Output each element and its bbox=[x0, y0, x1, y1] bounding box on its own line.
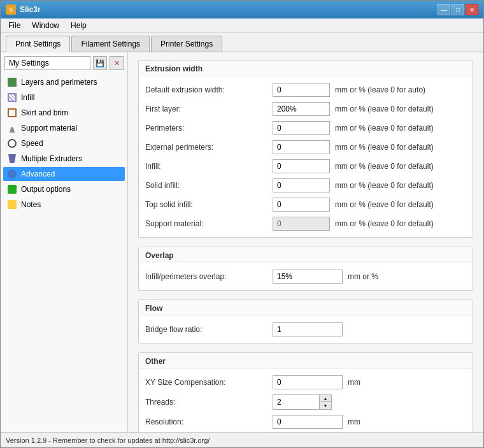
notes-icon bbox=[7, 199, 17, 210]
sidebar-item-support[interactable]: Support material bbox=[3, 121, 125, 135]
title-bar-left: S Slic3r bbox=[6, 4, 41, 15]
row-perimeters: Perimeters: mm or % (leave 0 for default… bbox=[145, 119, 466, 138]
input-infill[interactable] bbox=[273, 159, 330, 173]
hint-top-solid-infill: mm or % (leave 0 for default) bbox=[335, 200, 434, 209]
settings-selector: My Settings 💾 ✕ bbox=[3, 56, 125, 70]
row-default-extrusion: Default extrusion width: mm or % (leave … bbox=[145, 80, 466, 99]
menu-file[interactable]: File bbox=[3, 20, 25, 31]
sidebar-item-notes[interactable]: Notes bbox=[3, 198, 125, 212]
row-first-layer: First layer: mm or % (leave 0 for defaul… bbox=[145, 99, 466, 119]
sidebar-label-infill: Infill bbox=[21, 93, 34, 102]
content-area: My Settings 💾 ✕ Layers and perimeters In… bbox=[1, 52, 483, 432]
sidebar: My Settings 💾 ✕ Layers and perimeters In… bbox=[1, 52, 128, 432]
skirt-icon bbox=[7, 108, 17, 118]
row-resolution: Resolution: mm bbox=[145, 412, 466, 431]
tab-filament-settings[interactable]: Filament Settings bbox=[71, 36, 150, 52]
status-text: Version 1.2.9 - Remember to check for up… bbox=[6, 437, 210, 444]
close-button[interactable]: ✕ bbox=[466, 4, 478, 15]
window-title: Slic3r bbox=[20, 5, 41, 14]
tab-print-settings[interactable]: Print Settings bbox=[6, 36, 70, 52]
title-controls: — □ ✕ bbox=[438, 4, 478, 15]
save-settings-button[interactable]: 💾 bbox=[93, 56, 107, 70]
settings-dropdown[interactable]: My Settings bbox=[4, 56, 90, 70]
other-title: Other bbox=[139, 353, 473, 369]
threads-spinbox: ▲ ▼ bbox=[273, 394, 332, 410]
row-infill: Infill: mm or % (leave 0 for default) bbox=[145, 157, 466, 176]
input-overlap[interactable] bbox=[273, 270, 343, 284]
input-external-perimeters[interactable] bbox=[273, 140, 330, 154]
sidebar-item-advanced[interactable]: Advanced bbox=[3, 167, 125, 181]
extrusion-width-body: Default extrusion width: mm or % (leave … bbox=[139, 76, 473, 237]
extrusion-width-section: Extrusion width Default extrusion width:… bbox=[138, 60, 473, 238]
input-support-material[interactable] bbox=[273, 217, 330, 231]
label-infill: Infill: bbox=[145, 162, 273, 171]
sidebar-item-speed[interactable]: Speed bbox=[3, 136, 125, 150]
row-overlap: Infill/perimeters overlap: mm or % bbox=[145, 267, 466, 286]
sidebar-label-support: Support material bbox=[21, 124, 77, 133]
hint-first-layer: mm or % (leave 0 for default) bbox=[335, 105, 434, 113]
hint-perimeters: mm or % (leave 0 for default) bbox=[335, 124, 434, 133]
other-section: Other XY Size Compensation: mm Threads: … bbox=[138, 352, 473, 432]
infill-icon bbox=[7, 92, 17, 103]
sidebar-label-layers: Layers and perimeters bbox=[21, 78, 97, 87]
label-threads: Threads: bbox=[145, 398, 273, 407]
sidebar-label-notes: Notes bbox=[21, 200, 41, 209]
row-support-material: Support material: mm or % (leave 0 for d… bbox=[145, 214, 466, 233]
input-perimeters[interactable] bbox=[273, 121, 330, 135]
label-resolution: Resolution: bbox=[145, 417, 273, 426]
input-xy-size[interactable] bbox=[273, 375, 343, 389]
input-default-extrusion[interactable] bbox=[273, 83, 330, 97]
row-solid-infill: Solid infill: mm or % (leave 0 for defau… bbox=[145, 176, 466, 195]
input-bridge-flow[interactable] bbox=[273, 322, 343, 336]
sidebar-label-speed: Speed bbox=[21, 139, 43, 148]
sidebar-item-layers[interactable]: Layers and perimeters bbox=[3, 75, 125, 89]
overlap-title: Overlap bbox=[139, 247, 473, 263]
hint-xy-size: mm bbox=[348, 378, 360, 387]
threads-decrement[interactable]: ▼ bbox=[320, 402, 331, 409]
hint-overlap: mm or % bbox=[348, 272, 378, 281]
label-top-solid-infill: Top solid infill: bbox=[145, 200, 273, 209]
hint-solid-infill: mm or % (leave 0 for default) bbox=[335, 181, 434, 190]
delete-settings-button[interactable]: ✕ bbox=[110, 56, 124, 70]
sidebar-item-infill[interactable]: Infill bbox=[3, 90, 125, 105]
speed-icon bbox=[7, 138, 17, 148]
threads-arrows: ▲ ▼ bbox=[319, 395, 331, 409]
sidebar-label-skirt: Skirt and brim bbox=[21, 108, 68, 117]
label-first-layer: First layer: bbox=[145, 105, 273, 113]
extruder-icon bbox=[7, 154, 17, 164]
title-bar: S Slic3r — □ ✕ bbox=[1, 1, 483, 18]
input-resolution[interactable] bbox=[273, 415, 343, 429]
hint-resolution: mm bbox=[348, 417, 360, 426]
hint-infill: mm or % (leave 0 for default) bbox=[335, 162, 434, 171]
tab-printer-settings[interactable]: Printer Settings bbox=[151, 36, 222, 52]
row-top-solid-infill: Top solid infill: mm or % (leave 0 for d… bbox=[145, 195, 466, 214]
label-solid-infill: Solid infill: bbox=[145, 181, 273, 190]
input-first-layer[interactable] bbox=[273, 102, 330, 116]
maximize-button[interactable]: □ bbox=[452, 4, 464, 15]
sidebar-item-output[interactable]: Output options bbox=[3, 182, 125, 196]
threads-input[interactable] bbox=[273, 395, 319, 409]
input-solid-infill[interactable] bbox=[273, 178, 330, 192]
label-xy-size: XY Size Compensation: bbox=[145, 378, 273, 387]
flow-title: Flow bbox=[139, 300, 473, 316]
app-icon: S bbox=[6, 4, 16, 15]
overlap-section: Overlap Infill/perimeters overlap: mm or… bbox=[138, 247, 473, 291]
label-perimeters: Perimeters: bbox=[145, 124, 273, 133]
input-top-solid-infill[interactable] bbox=[273, 198, 330, 212]
flow-body: Bridge flow ratio: bbox=[139, 316, 473, 343]
advanced-icon bbox=[7, 169, 17, 179]
flow-section: Flow Bridge flow ratio: bbox=[138, 300, 473, 343]
main-window: S Slic3r — □ ✕ File Window Help Print Se… bbox=[0, 0, 484, 448]
row-xy-size: XY Size Compensation: mm bbox=[145, 373, 466, 392]
sidebar-label-output: Output options bbox=[21, 185, 71, 194]
label-external-perimeters: External perimeters: bbox=[145, 143, 273, 152]
menubar: File Window Help bbox=[1, 18, 483, 33]
sidebar-item-extruders[interactable]: Multiple Extruders bbox=[3, 152, 125, 166]
minimize-button[interactable]: — bbox=[438, 4, 450, 15]
menu-help[interactable]: Help bbox=[66, 20, 92, 31]
hint-default-extrusion: mm or % (leave 0 for auto) bbox=[335, 85, 425, 94]
menu-window[interactable]: Window bbox=[27, 20, 64, 31]
extrusion-width-title: Extrusion width bbox=[139, 61, 473, 76]
threads-increment[interactable]: ▲ bbox=[320, 395, 331, 402]
sidebar-item-skirt[interactable]: Skirt and brim bbox=[3, 106, 125, 120]
